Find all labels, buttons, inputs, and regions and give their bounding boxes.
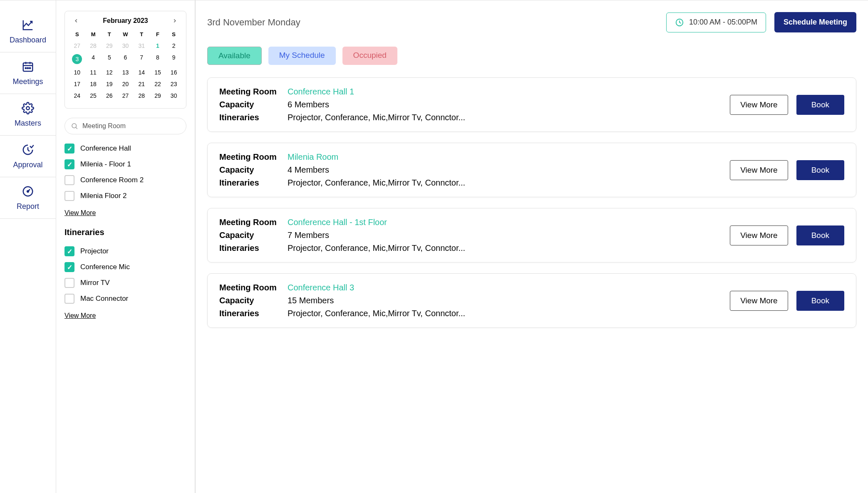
calendar-day[interactable]: 27 bbox=[69, 40, 85, 52]
calendar-day[interactable]: 28 bbox=[85, 40, 102, 52]
search-input[interactable] bbox=[82, 122, 180, 130]
nav-dashboard[interactable]: Dashboard bbox=[0, 11, 56, 52]
calendar-day[interactable]: 26 bbox=[101, 90, 117, 102]
itinerary-checkbox[interactable] bbox=[64, 246, 74, 256]
calendar-dow: W bbox=[117, 29, 134, 40]
room-actions: View More Book bbox=[730, 225, 844, 245]
room-info: Meeting Room Conference Hall - 1st Floor… bbox=[219, 218, 465, 253]
book-button[interactable]: Book bbox=[796, 291, 844, 311]
tab-occupied[interactable]: Occupied bbox=[342, 47, 397, 65]
label-itineraries: Itineraries bbox=[219, 113, 282, 122]
room-info: Meeting Room Milenia Room Capacity 4 Mem… bbox=[219, 152, 465, 188]
nav-label: Approval bbox=[13, 161, 42, 169]
clock-icon bbox=[675, 18, 684, 27]
calendar-day[interactable]: 24 bbox=[69, 90, 85, 102]
room-actions: View More Book bbox=[730, 160, 844, 180]
calendar-day[interactable]: 6 bbox=[117, 52, 134, 67]
calendar-day[interactable]: 3 bbox=[69, 52, 85, 67]
book-button[interactable]: Book bbox=[796, 95, 844, 115]
calendar-day[interactable]: 12 bbox=[101, 67, 117, 78]
calendar-day[interactable]: 9 bbox=[166, 52, 182, 67]
room-label: Conference Hall bbox=[80, 144, 131, 153]
calendar-dow: S bbox=[166, 29, 182, 40]
nav-label: Masters bbox=[15, 119, 41, 128]
tab-available[interactable]: Available bbox=[207, 47, 262, 65]
calendar-day[interactable]: 10 bbox=[69, 67, 85, 78]
calendar-day[interactable]: 31 bbox=[134, 40, 150, 52]
view-more-button[interactable]: View More bbox=[730, 95, 788, 115]
nav-meetings[interactable]: Meetings bbox=[0, 52, 56, 94]
room-checkbox[interactable] bbox=[64, 159, 74, 169]
calendar-next-icon[interactable] bbox=[170, 16, 179, 25]
room-checkbox[interactable] bbox=[64, 144, 74, 154]
nav-approval[interactable]: Approval bbox=[0, 136, 56, 177]
nav-masters[interactable]: Masters bbox=[0, 94, 56, 136]
room-card: Meeting Room Conference Hall 3 Capacity … bbox=[207, 273, 856, 328]
calendar-day[interactable]: 16 bbox=[166, 67, 182, 78]
itinerary-filter-row: Projector bbox=[64, 246, 186, 256]
calendar-day[interactable]: 30 bbox=[117, 40, 134, 52]
calendar-dow: M bbox=[85, 29, 102, 40]
calendar-day[interactable]: 29 bbox=[150, 90, 166, 102]
calendar-day[interactable]: 5 bbox=[101, 52, 117, 67]
tab-my-schedule[interactable]: My Schedule bbox=[268, 47, 336, 65]
room-filter-row: Conference Room 2 bbox=[64, 175, 186, 185]
calendar-day[interactable]: 29 bbox=[101, 40, 117, 52]
itineraries-filter-group: ProjectorConference MicMirror TVMac Conn… bbox=[64, 246, 186, 304]
calendar-day[interactable]: 27 bbox=[117, 90, 134, 102]
schedule-meeting-button[interactable]: Schedule Meeting bbox=[774, 12, 856, 32]
calendar-day[interactable]: 25 bbox=[85, 90, 102, 102]
calendar-day[interactable]: 23 bbox=[166, 78, 182, 90]
book-button[interactable]: Book bbox=[796, 160, 844, 180]
calendar-day[interactable]: 13 bbox=[117, 67, 134, 78]
itinerary-label: Conference Mic bbox=[80, 263, 130, 271]
calendar-day[interactable]: 28 bbox=[134, 90, 150, 102]
room-view-more-link[interactable]: View More bbox=[64, 209, 96, 217]
calendar-dow: T bbox=[101, 29, 117, 40]
label-capacity: Capacity bbox=[219, 296, 282, 305]
svg-point-4 bbox=[25, 68, 27, 69]
search-input-wrapper[interactable] bbox=[64, 118, 186, 134]
itinerary-checkbox[interactable] bbox=[64, 278, 74, 288]
itinerary-checkbox[interactable] bbox=[64, 262, 74, 272]
calendar-day[interactable]: 7 bbox=[134, 52, 150, 67]
calendar-day[interactable]: 30 bbox=[166, 90, 182, 102]
time-range-pill[interactable]: 10:00 AM - 05:00PM bbox=[666, 12, 766, 32]
calendar-day[interactable]: 11 bbox=[85, 67, 102, 78]
itinerary-filter-row: Mac Connector bbox=[64, 294, 186, 304]
calendar-prev-icon[interactable] bbox=[72, 16, 81, 25]
view-more-button[interactable]: View More bbox=[730, 160, 788, 180]
nav-report[interactable]: Report bbox=[0, 177, 56, 219]
room-checkbox[interactable] bbox=[64, 191, 74, 201]
itineraries-view-more-link[interactable]: View More bbox=[64, 312, 96, 320]
room-itineraries: Projector, Conferance, Mic,Mirror Tv, Co… bbox=[288, 309, 465, 318]
calendar-day[interactable]: 20 bbox=[117, 78, 134, 90]
label-capacity: Capacity bbox=[219, 230, 282, 240]
room-filter-group: Conference HallMilenia - Floor 1Conferen… bbox=[64, 144, 186, 201]
book-button[interactable]: Book bbox=[796, 225, 844, 245]
calendar-day[interactable]: 22 bbox=[150, 78, 166, 90]
itinerary-label: Mac Connector bbox=[80, 295, 128, 303]
main-content: 3rd November Monday 10:00 AM - 05:00PM S… bbox=[196, 0, 868, 493]
room-capacity: 6 Members bbox=[288, 100, 465, 109]
date-title: 3rd November Monday bbox=[207, 17, 300, 28]
calendar-day[interactable]: 1 bbox=[150, 40, 166, 52]
filters-panel: February 2023 SMTWTFS2728293031123456789… bbox=[56, 0, 196, 493]
calendar-day[interactable]: 21 bbox=[134, 78, 150, 90]
calendar-day[interactable]: 8 bbox=[150, 52, 166, 67]
view-more-button[interactable]: View More bbox=[730, 225, 788, 245]
itinerary-checkbox[interactable] bbox=[64, 294, 74, 304]
gauge-icon bbox=[21, 185, 35, 198]
calendar-day[interactable]: 15 bbox=[150, 67, 166, 78]
calendar-day[interactable]: 17 bbox=[69, 78, 85, 90]
calendar-day[interactable]: 19 bbox=[101, 78, 117, 90]
calendar-day[interactable]: 4 bbox=[85, 52, 102, 67]
label-meeting-room: Meeting Room bbox=[219, 87, 282, 97]
calendar-dow: T bbox=[134, 29, 150, 40]
calendar-grid: SMTWTFS272829303112345678910111213141516… bbox=[69, 29, 182, 102]
calendar-day[interactable]: 2 bbox=[166, 40, 182, 52]
calendar-day[interactable]: 18 bbox=[85, 78, 102, 90]
room-checkbox[interactable] bbox=[64, 175, 74, 185]
view-more-button[interactable]: View More bbox=[730, 291, 788, 311]
calendar-day[interactable]: 14 bbox=[134, 67, 150, 78]
